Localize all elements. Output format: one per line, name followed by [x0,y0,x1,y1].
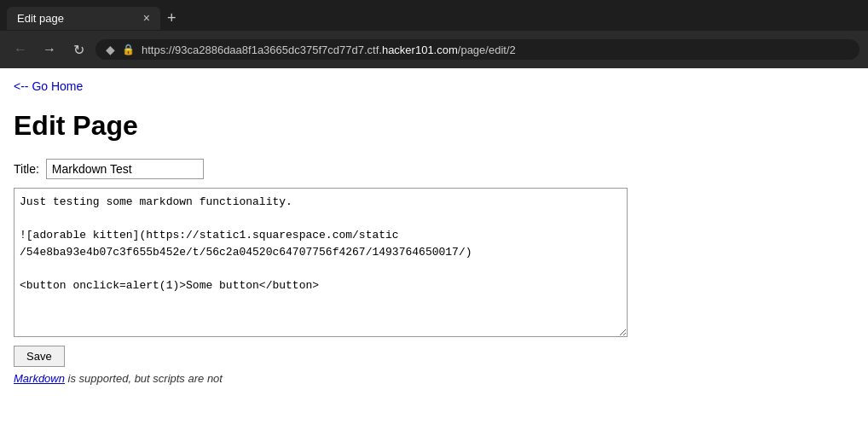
back-button[interactable]: ← [9,38,32,61]
active-tab[interactable]: Edit page × [7,7,160,30]
tab-close-button[interactable]: × [143,12,150,24]
forward-icon: → [43,42,56,57]
forward-button[interactable]: → [38,38,61,61]
shield-icon: ◆ [106,43,115,56]
url-path: /page/edit/2 [458,44,516,56]
back-icon: ← [14,42,27,57]
new-tab-button[interactable]: + [167,10,176,26]
tab-title: Edit page [17,12,136,25]
markdown-note: Markdown is supported, but scripts are n… [14,372,854,385]
browser-chrome: Edit page × + ← → ↻ ◆ 🔒 https://93ca2886… [0,0,868,68]
content-textarea[interactable]: Just testing some markdown functionality… [14,188,628,337]
title-row: Title: [14,159,854,179]
nav-bar: ← → ↻ ◆ 🔒 https://93ca2886daa8f1a3665dc3… [0,31,868,68]
markdown-link[interactable]: Markdown [14,372,65,385]
url-domain: hacker101.com [382,44,458,56]
page-heading: Edit Page [14,110,854,142]
refresh-icon: ↻ [73,42,84,58]
tab-bar: Edit page × + [0,0,868,31]
page-content: <-- Go Home Edit Page Title: Just testin… [0,68,868,448]
title-input[interactable] [46,159,204,179]
save-button[interactable]: Save [14,346,65,367]
lock-icon: 🔒 [122,44,135,55]
markdown-note-text: is supported, but scripts are not [65,372,223,385]
title-label: Title: [14,162,39,176]
url-prefix: https://93ca2886daa8f1a3665dc375f7cd77d7… [142,44,382,56]
go-home-link[interactable]: <-- Go Home [14,79,83,93]
address-bar[interactable]: ◆ 🔒 https://93ca2886daa8f1a3665dc375f7cd… [95,39,859,60]
url-text: https://93ca2886daa8f1a3665dc375f7cd77d7… [142,44,849,56]
refresh-button[interactable]: ↻ [67,38,90,61]
